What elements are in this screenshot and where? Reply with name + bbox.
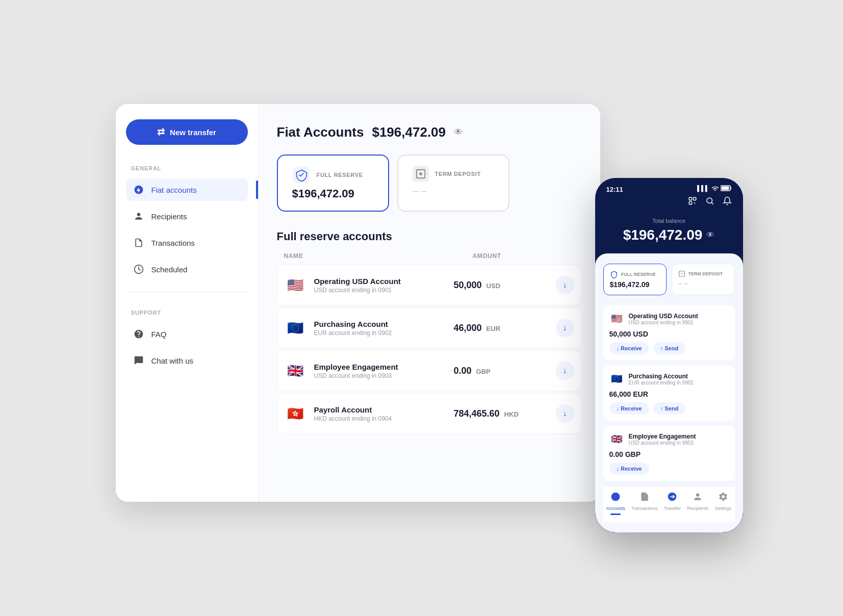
phone-balance-amount: $196,472.09 bbox=[623, 227, 703, 243]
flag-eur: 🇪🇺 bbox=[285, 317, 306, 339]
account-action-btn[interactable]: ↓ bbox=[556, 276, 574, 294]
phone-eye-icon[interactable]: 👁 bbox=[706, 230, 714, 240]
phone-acct-name: Purchasing Account bbox=[629, 373, 694, 380]
phone-action-btns: ↓ Receive bbox=[609, 463, 729, 475]
chat-icon bbox=[133, 355, 144, 366]
account-row[interactable]: 🇪🇺 Purchasing Account EUR account ending… bbox=[277, 307, 582, 348]
phone-account-row[interactable]: 🇪🇺 Purchasing Account EUR account ending… bbox=[603, 366, 735, 421]
phone-full-reserve-label: FULL RESERVE bbox=[621, 272, 656, 277]
phone-bell-icon[interactable] bbox=[723, 196, 732, 208]
sidebar-item-scheduled[interactable]: Scheduled bbox=[126, 258, 248, 280]
sidebar: ⇄ New transfer GENERAL Fiat accounts Rec… bbox=[116, 104, 259, 502]
phone-accounts-label: Accounts bbox=[606, 506, 625, 511]
phone-acct-sub: EUR account ending in 9902 bbox=[629, 380, 694, 386]
phone-nav-transactions[interactable]: Transactions bbox=[631, 492, 657, 515]
term-deposit-card[interactable]: TERM DEPOSIT – – bbox=[397, 155, 509, 212]
sidebar-item-recipients[interactable]: Recipients bbox=[126, 205, 248, 227]
recipients-label: Recipients bbox=[151, 212, 187, 221]
phone-nav-transfer[interactable]: Transfer bbox=[664, 492, 681, 515]
account-amount: 46,000 EUR bbox=[454, 323, 556, 333]
phone-qr-icon[interactable] bbox=[688, 196, 697, 208]
full-reserve-label: FULL RESERVE bbox=[317, 172, 363, 178]
phone-account-row[interactable]: 🇬🇧 Employee Engagement USD account endin… bbox=[603, 426, 735, 481]
section-title: Full reserve accounts bbox=[277, 230, 582, 243]
phone-receive-btn[interactable]: ↓ Receive bbox=[609, 463, 649, 475]
phone-accounts-icon bbox=[610, 492, 621, 504]
svg-rect-7 bbox=[693, 197, 696, 200]
phone-receive-btn[interactable]: ↓ Receive bbox=[609, 342, 649, 354]
phone-balance-label: Total balance bbox=[605, 218, 733, 224]
account-sub: USD account ending in 0903 bbox=[314, 372, 454, 379]
phone-transfer-icon bbox=[667, 492, 677, 504]
svg-point-9 bbox=[694, 202, 695, 203]
phone-term-deposit-label: TERM DEPOSIT bbox=[688, 271, 723, 276]
phone-nav-settings[interactable]: Settings bbox=[715, 492, 732, 515]
account-action-btn[interactable]: ↓ bbox=[556, 362, 574, 380]
account-name: Employee Engagement bbox=[314, 363, 454, 371]
account-row[interactable]: 🇬🇧 Employee Engagement USD account endin… bbox=[277, 350, 582, 391]
scheduled-label: Scheduled bbox=[151, 265, 188, 274]
eye-icon[interactable]: 👁 bbox=[454, 127, 463, 138]
table-header: NAME AMOUNT bbox=[277, 252, 582, 265]
svg-rect-6 bbox=[689, 197, 692, 200]
account-row[interactable]: 🇭🇰 Payroll Account HKD account ending in… bbox=[277, 393, 582, 434]
phone-settings-label: Settings bbox=[715, 506, 732, 511]
phone-status-bar: 12:11 ▌▌▌ bbox=[595, 178, 743, 196]
phone-receive-btn[interactable]: ↓ Receive bbox=[609, 402, 649, 415]
sidebar-item-chat[interactable]: Chat with us bbox=[126, 349, 248, 372]
phone-transactions-icon bbox=[640, 492, 650, 504]
main-content: Fiat Accounts $196,472.09 👁 bbox=[259, 104, 600, 502]
full-reserve-card[interactable]: FULL RESERVE $196,472.09 bbox=[277, 155, 389, 212]
phone-settings-icon bbox=[718, 492, 728, 504]
recipients-icon bbox=[133, 211, 144, 222]
phone-acct-amount: 50,000 USD bbox=[609, 330, 729, 338]
phone-send-btn[interactable]: ↑ Send bbox=[653, 402, 685, 415]
col-amount-header: AMOUNT bbox=[473, 252, 575, 260]
phone-account-row[interactable]: 🇺🇸 Operating USD Account USD account end… bbox=[603, 305, 735, 361]
phone-term-deposit-card[interactable]: TERM DEPOSIT – – bbox=[672, 264, 735, 295]
new-transfer-button[interactable]: ⇄ New transfer bbox=[126, 119, 248, 145]
account-name: Purchasing Account bbox=[314, 320, 454, 328]
phone-transfer-label: Transfer bbox=[664, 506, 681, 511]
phone-action-btns: ↓ Receive ↑ Send bbox=[609, 342, 729, 354]
phone-full-reserve-card[interactable]: FULL RESERVE $196,472.09 bbox=[603, 264, 667, 295]
account-info: Payroll Account HKD account ending in 09… bbox=[314, 405, 454, 422]
phone-nav-accounts[interactable]: Accounts bbox=[606, 492, 625, 515]
sidebar-item-fiat[interactable]: Fiat accounts bbox=[126, 178, 248, 201]
phone-flag-eur: 🇪🇺 bbox=[609, 372, 624, 386]
phone-term-deposit-amount: – – bbox=[678, 279, 728, 288]
phone-nav-recipients[interactable]: Recipients bbox=[687, 492, 708, 515]
faq-label: FAQ bbox=[151, 330, 167, 339]
phone-acct-amount: 0.00 GBP bbox=[609, 450, 729, 458]
sidebar-item-transactions[interactable]: Transactions bbox=[126, 232, 248, 254]
account-action-btn[interactable]: ↓ bbox=[556, 319, 574, 337]
phone-screen: 12:11 ▌▌▌ bbox=[595, 178, 743, 532]
scheduled-icon bbox=[133, 264, 144, 275]
phone-search-icon[interactable] bbox=[705, 196, 714, 208]
general-section-label: GENERAL bbox=[126, 159, 248, 174]
term-deposit-amount: – – bbox=[413, 185, 494, 197]
flag-usd: 🇺🇸 bbox=[285, 274, 306, 296]
account-info: Employee Engagement USD account ending i… bbox=[314, 363, 454, 379]
phone-acct-name: Operating USD Account bbox=[629, 313, 698, 320]
phone-account-type-cards: FULL RESERVE $196,472.09 TERM DEPOSIT – … bbox=[603, 264, 735, 295]
sidebar-item-faq[interactable]: FAQ bbox=[126, 323, 248, 345]
phone-acct-sub: USD account ending in 9901 bbox=[629, 320, 698, 325]
account-row[interactable]: 🇺🇸 Operating USD Account USD account end… bbox=[277, 265, 582, 305]
page-header: Fiat Accounts $196,472.09 👁 bbox=[277, 124, 582, 140]
phone-acct-sub: USD account ending in 9903 bbox=[629, 440, 696, 446]
total-amount: $196,472.09 bbox=[372, 124, 446, 140]
wifi-icon bbox=[711, 185, 719, 193]
term-deposit-logo bbox=[413, 166, 429, 182]
phone-recipients-icon bbox=[693, 492, 703, 504]
phone-send-btn[interactable]: ↑ Send bbox=[653, 342, 685, 354]
fiat-icon bbox=[133, 184, 144, 195]
svg-rect-5 bbox=[721, 187, 729, 190]
chat-label: Chat with us bbox=[151, 356, 194, 365]
account-action-btn[interactable]: ↓ bbox=[556, 404, 574, 423]
phone-white-panel: FULL RESERVE $196,472.09 TERM DEPOSIT – … bbox=[595, 253, 743, 532]
new-transfer-label: New transfer bbox=[170, 128, 216, 137]
phone-balance-section: Total balance $196,472.09 👁 bbox=[595, 213, 743, 253]
phone-flag-gbp: 🇬🇧 bbox=[609, 432, 624, 446]
account-sub: EUR account ending in 0902 bbox=[314, 329, 454, 337]
